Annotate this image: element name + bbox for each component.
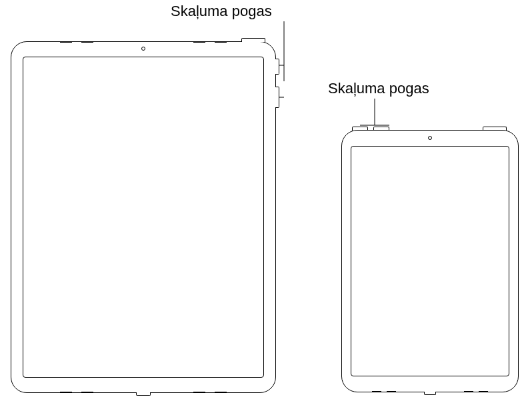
camera-small [428, 136, 432, 140]
